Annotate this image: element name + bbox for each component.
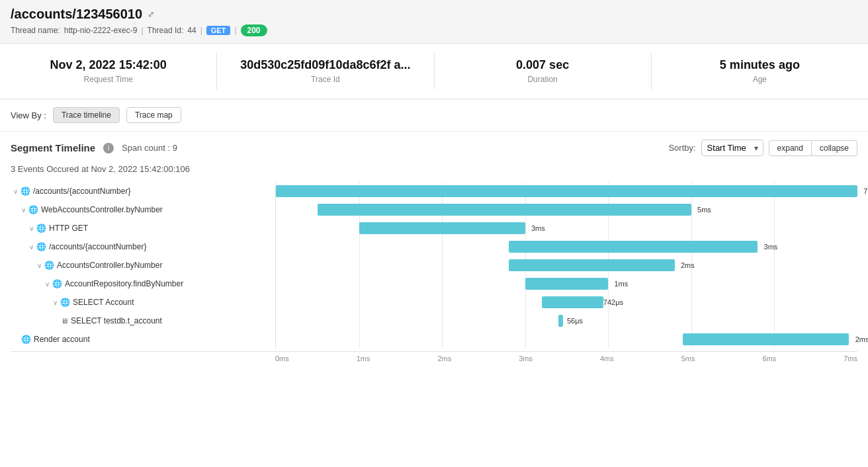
axis-row: 0ms1ms2ms3ms4ms5ms6ms7ms <box>11 351 857 362</box>
axis-label: 4ms <box>600 355 614 362</box>
view-by-row: View By : Trace timeline Trace map <box>0 99 868 132</box>
bar-duration-label: 5ms <box>697 206 711 214</box>
timeline-bar: 2ms <box>683 333 849 345</box>
globe-icon: 🌐 <box>21 187 30 196</box>
bar-container: 742μs <box>275 293 857 312</box>
bar-container: 1ms <box>275 275 857 293</box>
timeline-header: Segment Timeline i Span count : 9 Sortby… <box>11 140 857 156</box>
expand-icon[interactable]: ⤢ <box>148 10 154 19</box>
bar-duration-label: 3ms <box>531 224 545 232</box>
bar-duration-label: 7ms <box>863 187 868 195</box>
collapse-button[interactable]: collapse <box>812 140 857 156</box>
row-label-text: HTTP GET <box>49 224 88 233</box>
row-chevron[interactable]: ∨ <box>53 299 58 306</box>
chart-area: ∨🌐/accounts/{accountNumber}7ms∨🌐WebAccou… <box>11 182 857 349</box>
globe-icon: 🌐 <box>28 205 38 214</box>
tab-trace-map[interactable]: Trace map <box>126 107 181 123</box>
sortby-select[interactable]: Start Time Duration Name <box>701 140 763 156</box>
globe-icon: 🌐 <box>60 298 70 307</box>
row-label-text: AccountRepository.findByNumber <box>65 279 183 288</box>
row-label-text: AccountsController.byNumber <box>57 261 162 270</box>
page-title: /accounts/123456010 ⤢ <box>11 7 857 22</box>
row-chevron[interactable]: ∨ <box>29 225 34 232</box>
timeline-bar: 2ms <box>509 259 675 271</box>
sortby-select-wrapper: Start Time Duration Name <box>701 140 763 156</box>
chart-row: ∨🌐SELECT Account742μs <box>11 293 857 312</box>
status-badge: 200 <box>241 24 267 36</box>
sortby-area: Sortby: Start Time Duration Name expand … <box>668 140 857 156</box>
row-label: ∨🌐WebAccountsController.byNumber <box>11 205 275 214</box>
db-icon: 🖥 <box>61 317 68 325</box>
globe-icon: 🌐 <box>52 279 62 288</box>
events-label: 3 Events Occured at Nov 2, 2022 15:42:00… <box>11 161 857 177</box>
sep2: | <box>200 26 202 35</box>
axis-label: 1ms <box>357 355 370 362</box>
timeline-bar: 3ms <box>359 222 525 234</box>
chart-row: ∨🌐AccountRepository.findByNumber1ms <box>11 275 857 293</box>
bar-container: 5ms <box>275 200 857 219</box>
globe-icon: 🌐 <box>21 335 31 344</box>
timeline-bar: 1ms <box>525 278 609 290</box>
duration-value: 0.007 sec <box>445 58 640 72</box>
timeline-bar: 56μs <box>558 315 563 327</box>
row-chevron[interactable]: ∨ <box>13 188 18 195</box>
axis-label: 7ms <box>844 355 857 362</box>
expand-collapse-group: expand collapse <box>769 140 857 156</box>
request-time-value: Nov 2, 2022 15:42:00 <box>11 58 206 72</box>
span-count-label: Span count : <box>122 143 170 153</box>
age-value: 5 minutes ago <box>662 58 857 72</box>
axis-label: 3ms <box>519 355 533 362</box>
row-chevron[interactable]: ∨ <box>37 262 42 269</box>
trace-id-label: Trace Id <box>228 75 423 84</box>
row-chevron[interactable]: ∨ <box>21 206 26 214</box>
metric-trace-id: 30d530c25fd09f10da8c6f2f a... Trace Id <box>217 53 434 89</box>
row-label: 🖥SELECT testdb.t_account <box>11 316 275 325</box>
trace-id-value: 30d530c25fd09f10da8c6f2f a... <box>228 58 423 72</box>
title-text: /accounts/123456010 <box>11 7 142 22</box>
sep1: | <box>141 26 143 35</box>
metrics-row: Nov 2, 2022 15:42:00 Request Time 30d530… <box>0 44 868 99</box>
row-label: ∨🌐/accounts/{accountNumber} <box>11 187 275 196</box>
thread-id-label: Thread Id: <box>148 26 184 35</box>
chart-row: ∨🌐/accounts/{accountNumber}7ms <box>11 182 857 200</box>
span-count: Span count : 9 <box>122 143 177 153</box>
row-chevron[interactable]: ∨ <box>29 243 34 251</box>
chart-row: ∨🌐AccountsController.byNumber2ms <box>11 256 857 275</box>
timeline-bar: 5ms <box>318 204 691 216</box>
row-label-text: WebAccountsController.byNumber <box>41 205 163 214</box>
bar-container: 7ms <box>275 182 857 200</box>
request-time-label: Request Time <box>11 75 206 84</box>
sortby-label: Sortby: <box>668 143 695 153</box>
row-chevron[interactable]: ∨ <box>45 280 50 288</box>
row-label-text: Render account <box>34 335 90 344</box>
thread-name-label: Thread name: <box>11 26 60 35</box>
metric-duration: 0.007 sec Duration <box>435 53 652 89</box>
axis-labels: 0ms1ms2ms3ms4ms5ms6ms7ms <box>275 355 857 362</box>
globe-icon: 🌐 <box>36 224 46 233</box>
bar-duration-label: 3ms <box>764 243 778 251</box>
timeline-bar: 3ms <box>509 241 758 253</box>
info-icon[interactable]: i <box>103 143 114 153</box>
timeline-bar: 7ms <box>276 185 857 197</box>
bar-container: 2ms <box>275 330 857 349</box>
row-label: ∨🌐HTTP GET <box>11 224 275 233</box>
row-label: 🌐Render account <box>11 335 275 344</box>
tab-trace-timeline[interactable]: Trace timeline <box>53 107 120 123</box>
chart-row: ∨🌐HTTP GET3ms <box>11 219 857 237</box>
globe-icon: 🌐 <box>36 242 46 251</box>
chart-row: 🖥SELECT testdb.t_account56μs <box>11 312 857 330</box>
expand-button[interactable]: expand <box>769 140 812 156</box>
timeline-bar: 742μs <box>542 296 603 308</box>
header-section: /accounts/123456010 ⤢ Thread name: http-… <box>0 0 868 44</box>
row-label-text: SELECT testdb.t_account <box>71 316 162 325</box>
metric-request-time: Nov 2, 2022 15:42:00 Request Time <box>0 53 217 89</box>
age-label: Age <box>662 75 857 84</box>
axis-label: 2ms <box>437 355 451 362</box>
row-label: ∨🌐/accounts/{accountNumber} <box>11 242 275 251</box>
row-label: ∨🌐AccountsController.byNumber <box>11 261 275 270</box>
bar-duration-label: 2ms <box>855 335 868 343</box>
metric-age: 5 minutes ago Age <box>652 53 868 89</box>
row-label-text: SELECT Account <box>73 298 134 307</box>
bar-duration-label: 56μs <box>567 317 583 325</box>
row-label-text: /accounts/{accountNumber} <box>33 187 130 196</box>
